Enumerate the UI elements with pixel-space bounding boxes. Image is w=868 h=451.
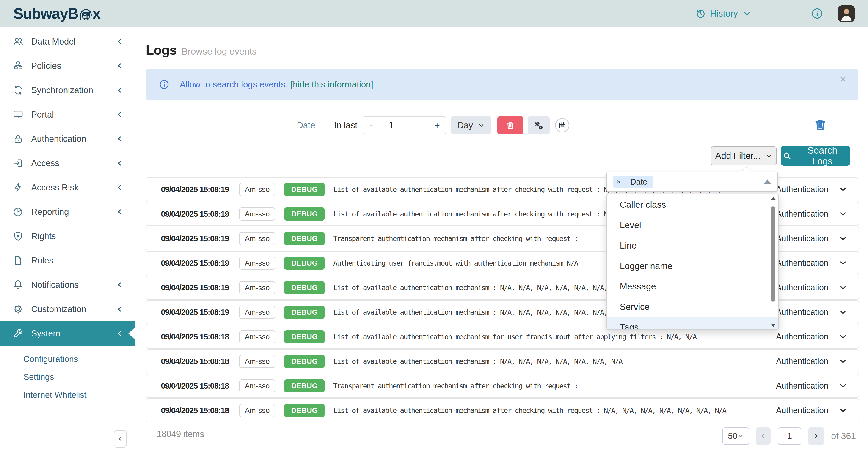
chevron-left-icon: [116, 281, 123, 288]
sidebar: Data ModelPoliciesSynchronizationPortalA…: [0, 27, 135, 451]
log-timestamp: 09/04/2025 15:08:18: [161, 357, 238, 366]
banner-hide-link[interactable]: [hide this information]: [290, 80, 373, 89]
log-category: Authentication: [776, 381, 828, 391]
document-icon: [13, 255, 23, 266]
sidebar-item-label: Access: [31, 158, 59, 168]
chevron-down-icon[interactable]: [839, 333, 847, 341]
wrench-icon: [13, 328, 23, 339]
prev-page-button[interactable]: [756, 427, 771, 445]
sidebar-item-portal[interactable]: Portal: [0, 102, 135, 127]
unit-select-value: Day: [458, 120, 473, 130]
sidebar-subitem-internet-whitelist[interactable]: Internet Whitelist: [0, 386, 135, 404]
filter-row: Date In last - 1 + Day: [135, 116, 868, 135]
chevron-down-icon[interactable]: [839, 308, 847, 316]
log-timestamp: 09/04/2025 15:08:19: [161, 258, 238, 267]
sidebar-item-system[interactable]: System: [0, 321, 135, 346]
next-page-button[interactable]: [808, 427, 824, 445]
clear-filters-button[interactable]: [814, 117, 827, 132]
dropdown-option-service[interactable]: Service: [607, 297, 778, 317]
sidebar-item-notifications[interactable]: Notifications: [0, 273, 135, 297]
active-item-notch: [128, 327, 135, 340]
duration-value-input[interactable]: 1: [380, 116, 429, 135]
log-level-badge: DEBUG: [284, 330, 324, 343]
dropdown-option-message[interactable]: Message: [607, 276, 778, 297]
filter-field-combobox[interactable]: × Date: [607, 172, 778, 192]
chip-remove-icon[interactable]: ×: [613, 176, 624, 188]
dropdown-scrollbar[interactable]: [770, 196, 777, 328]
dropdown-option-line[interactable]: Line: [607, 235, 778, 256]
sidebar-item-synchronization[interactable]: Synchronization: [0, 78, 135, 102]
chevron-left-icon: [116, 208, 123, 216]
sidebar-collapse-button[interactable]: [114, 430, 127, 448]
sidebar-item-authentication[interactable]: Authentication: [0, 127, 135, 151]
sidebar-item-label: Rules: [31, 256, 53, 265]
sidebar-item-customization[interactable]: Customization: [0, 297, 135, 321]
sidebar-item-access-risk[interactable]: Access Risk: [0, 175, 135, 200]
sidebar-subitem-configurations[interactable]: Configurations: [0, 350, 135, 368]
info-button[interactable]: [811, 7, 824, 20]
sidebar-subitem-settings[interactable]: Settings: [0, 368, 135, 386]
sidebar-item-rights[interactable]: Rights: [0, 224, 135, 248]
app-logo[interactable]: SubwayB x: [13, 5, 100, 22]
log-source-badge: Am-sso: [239, 306, 275, 319]
lock-icon: [13, 134, 23, 144]
sidebar-item-reporting[interactable]: Reporting: [0, 200, 135, 224]
sidebar-item-access[interactable]: Access: [0, 151, 135, 175]
chevron-down-icon[interactable]: [839, 382, 847, 390]
dropdown-option-caller-class[interactable]: Caller class: [607, 194, 778, 215]
chip-label: Date: [624, 176, 653, 188]
stepper-minus-button[interactable]: -: [363, 116, 380, 135]
sidebar-item-policies[interactable]: Policies: [0, 54, 135, 78]
banner-text: Allow to search logs events.: [180, 80, 288, 89]
calendar-icon: [558, 121, 566, 129]
search-logs-button[interactable]: Search Logs: [781, 146, 850, 166]
info-banner: Allow to search logs events. [hide this …: [146, 69, 858, 100]
scroll-up-icon[interactable]: [771, 197, 776, 200]
dropdown-option-level[interactable]: Level: [607, 215, 778, 235]
avatar[interactable]: [838, 5, 855, 22]
history-menu[interactable]: History: [695, 8, 751, 19]
stepper-plus-button[interactable]: +: [429, 116, 446, 135]
log-level-badge: DEBUG: [284, 379, 324, 392]
sidebar-item-data-model[interactable]: Data Model: [0, 29, 135, 54]
pie-icon: [13, 206, 23, 217]
sidebar-item-rules[interactable]: Rules: [0, 248, 135, 273]
collapse-dropdown-icon[interactable]: [764, 179, 771, 184]
chevron-left-icon: [116, 111, 123, 118]
page-title-row: Logs Browse log events: [146, 42, 256, 58]
chevron-down-icon[interactable]: [839, 259, 847, 267]
chevron-left-icon: [116, 38, 123, 45]
duration-stepper: - 1 +: [363, 116, 446, 135]
sidebar-item-label: Synchronization: [31, 85, 93, 95]
log-category: Authentication: [776, 185, 828, 194]
chevron-down-icon[interactable]: [839, 357, 847, 365]
log-timestamp: 09/04/2025 15:08:18: [161, 332, 238, 341]
chevron-down-icon[interactable]: [839, 283, 847, 292]
filter-settings-button[interactable]: [528, 116, 550, 135]
calendar-button[interactable]: [555, 118, 569, 133]
log-source-badge: Am-sso: [239, 207, 275, 221]
chevron-left-icon: [116, 87, 123, 94]
chevron-down-icon[interactable]: [839, 210, 847, 218]
banner-close-icon[interactable]: ×: [840, 74, 846, 84]
dropdown-option-tags[interactable]: Tags: [607, 317, 778, 330]
add-filter-button[interactable]: Add Filter...: [711, 146, 777, 165]
chevron-left-icon: [116, 160, 123, 167]
scroll-down-icon[interactable]: [771, 323, 776, 327]
sync-icon: [13, 85, 23, 95]
chevron-down-icon[interactable]: [839, 185, 847, 194]
log-level-badge: DEBUG: [284, 207, 324, 221]
remove-filter-button[interactable]: [497, 116, 523, 135]
chevron-left-icon: [116, 135, 123, 143]
page-size-select[interactable]: 50: [722, 427, 749, 445]
log-timestamp: 09/04/2025 15:08:18: [161, 381, 238, 390]
dropdown-option-logger-name[interactable]: Logger name: [607, 256, 778, 276]
chevron-down-icon[interactable]: [839, 406, 847, 415]
page-number-input[interactable]: 1: [778, 427, 801, 445]
log-message: Transparent authentication mechanism aft…: [333, 382, 769, 390]
sidebar-item-label: Authentication: [31, 134, 86, 144]
scrollbar-thumb[interactable]: [771, 206, 775, 302]
add-filter-label: Add Filter...: [715, 151, 760, 161]
chevron-down-icon[interactable]: [839, 234, 847, 243]
unit-select[interactable]: Day: [451, 116, 491, 135]
